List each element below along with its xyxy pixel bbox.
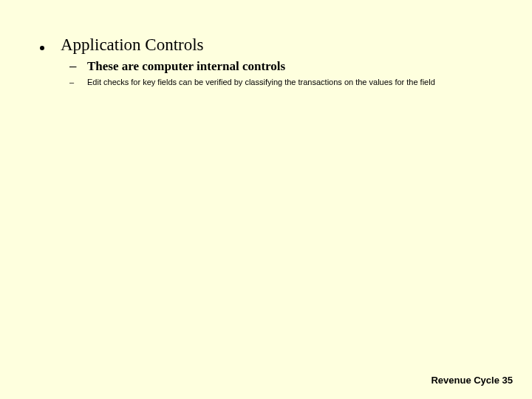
level2-text: These are computer internal controls [87,59,285,74]
dash-bullet-icon: – [69,59,87,74]
bullet-level1: Application Controls [40,35,502,55]
slide-footer: Revenue Cycle 35 [431,375,513,386]
bullet-level2: – These are computer internal controls [69,59,502,74]
level3-text: Edit checks for key fields can be verifi… [87,77,435,87]
bullet-level3: – Edit checks for key fields can be veri… [69,77,502,87]
level1-text: Application Controls [61,35,204,55]
dash-bullet-icon: – [69,78,87,86]
slide-body: Application Controls – These are compute… [0,0,532,87]
disc-bullet-icon [40,46,44,50]
